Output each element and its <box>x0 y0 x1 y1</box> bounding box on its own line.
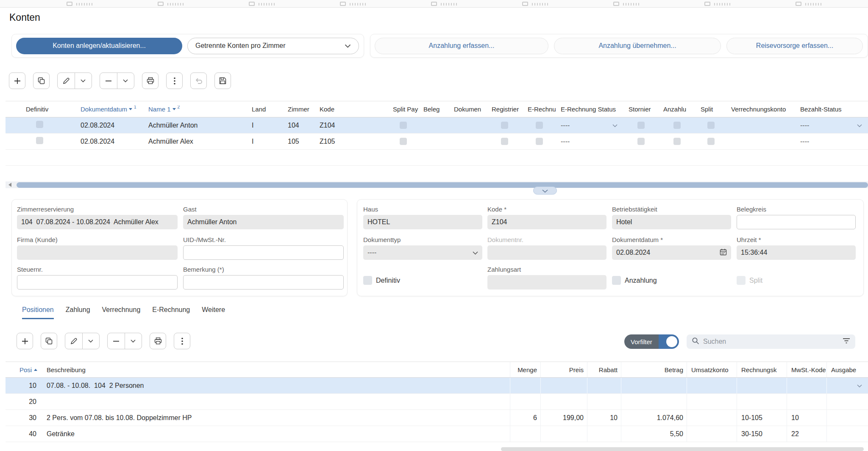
bemerkung-input[interactable] <box>183 275 344 290</box>
account-row[interactable]: 02.08.2024 Achmüller Anton I 104 Z104 --… <box>6 117 868 134</box>
zimmerreservierung-input[interactable]: 104 07.08.2024 - 10.08.2024 Achmüller Al… <box>17 215 178 229</box>
definitiv-checkbox[interactable] <box>36 121 43 128</box>
col-dokumentdatum[interactable]: Dokumentdatum 1 <box>75 106 143 113</box>
positions-horizontal-scrollbar[interactable] <box>501 447 864 451</box>
col-name[interactable]: Name 1 2 <box>143 106 247 113</box>
firma-input[interactable] <box>17 245 178 260</box>
col-rechnungskonto[interactable]: Rechnungsk <box>737 362 787 377</box>
split-paym-checkbox[interactable] <box>400 138 407 145</box>
col-verrechnungskonto[interactable]: Verrechnungskonto <box>726 106 795 113</box>
anzahlung-erfassen-button[interactable]: Anzahlung erfassen... <box>375 38 548 54</box>
uid-input[interactable] <box>183 245 344 260</box>
tab-e-rechnung[interactable]: E-Rechnung <box>152 306 190 319</box>
account-mode-select[interactable]: Getrennte Konten pro Zimmer <box>187 38 359 54</box>
e-rechnung-checkbox[interactable] <box>536 122 543 129</box>
position-row[interactable]: 10 07.08. - 10.08. 104 2 Personen <box>6 378 868 394</box>
col-umsatzkonto[interactable]: Umsatzkonto <box>687 362 737 377</box>
steuernr-input[interactable] <box>17 275 178 290</box>
filter-icon[interactable] <box>843 338 850 345</box>
definitiv-form-checkbox[interactable] <box>363 276 372 285</box>
uhrzeit-input[interactable]: 15:36:44 <box>737 245 856 260</box>
edit-icon[interactable] <box>65 333 82 349</box>
dokumenttyp-select[interactable]: ---- <box>363 245 482 260</box>
add-button[interactable] <box>9 72 25 89</box>
e-rechnung-checkbox[interactable] <box>536 138 543 145</box>
toggle-track[interactable] <box>659 334 679 349</box>
positions-search[interactable]: Suchen <box>687 334 855 349</box>
storniert-checkbox[interactable] <box>637 122 645 129</box>
col-kode[interactable]: Kode <box>314 106 388 113</box>
delete-position-split-button[interactable] <box>107 333 142 349</box>
search-input[interactable]: Suchen <box>703 338 839 345</box>
anzahlung-form-checkbox[interactable] <box>612 276 621 285</box>
col-zimmer[interactable]: Zimmer <box>283 106 314 113</box>
scrollbar-thumb[interactable] <box>17 182 868 188</box>
edit-split-button[interactable] <box>57 72 92 89</box>
dokumentdatum-input[interactable]: 02.08.2024 <box>612 245 731 260</box>
detail-expander-button[interactable] <box>533 187 557 195</box>
haus-input[interactable]: HOTEL <box>363 215 482 229</box>
split-checkbox[interactable] <box>707 122 715 129</box>
zahlungsart-input[interactable] <box>487 275 606 290</box>
minus-icon[interactable] <box>100 73 117 89</box>
dokumentnr-input[interactable] <box>487 245 606 260</box>
more-position-options-button[interactable] <box>174 333 190 349</box>
anzahlung-uebernehmen-button[interactable]: Anzahlung übernehmen... <box>554 38 721 54</box>
registriert-checkbox[interactable] <box>501 122 508 129</box>
col-posi[interactable]: Posi <box>6 366 42 373</box>
anzahlung-checkbox[interactable] <box>673 122 681 129</box>
tab-verrechnung[interactable]: Verrechnung <box>102 306 141 319</box>
print-button[interactable] <box>142 72 159 89</box>
col-beschreibung[interactable]: Beschreibung <box>42 366 510 373</box>
save-layout-button[interactable] <box>214 72 231 89</box>
more-options-button[interactable] <box>166 72 183 89</box>
col-anzahlu[interactable]: Anzahlu <box>658 106 696 113</box>
copy-button[interactable] <box>33 72 50 89</box>
position-row[interactable]: 30 2 Pers. vom 07.08. bis 10.08. Doppelz… <box>6 410 868 426</box>
split-checkbox[interactable] <box>707 138 715 145</box>
col-preis[interactable]: Preis <box>540 362 587 377</box>
copy-position-button[interactable] <box>41 333 57 349</box>
ausgabe-select[interactable] <box>826 378 868 393</box>
col-beleg[interactable]: Beleg <box>418 106 449 113</box>
account-row[interactable]: 02.08.2024 Achmüller Alex I 105 Z105 ---… <box>6 134 868 150</box>
tab-weitere[interactable]: Weitere <box>202 306 225 319</box>
col-split[interactable]: Split <box>696 106 726 113</box>
col-menge[interactable]: Menge <box>510 362 540 377</box>
split-form-checkbox[interactable] <box>737 276 746 285</box>
print-positions-button[interactable] <box>150 333 166 349</box>
delete-menu-chevron-icon[interactable] <box>125 333 142 349</box>
col-dokumen[interactable]: Dokumen <box>449 106 487 113</box>
edit-menu-chevron-icon[interactable] <box>82 333 100 349</box>
delete-split-button[interactable] <box>100 72 134 89</box>
col-rabatt[interactable]: Rabatt <box>587 362 621 377</box>
split-paym-checkbox[interactable] <box>400 122 407 129</box>
tab-positionen[interactable]: Positionen <box>22 306 54 319</box>
edit-icon[interactable] <box>58 73 75 89</box>
definitiv-checkbox[interactable] <box>36 137 43 144</box>
edit-position-split-button[interactable] <box>65 333 100 349</box>
belegkreis-input[interactable] <box>737 215 856 229</box>
registriert-checkbox[interactable] <box>501 138 508 145</box>
e-rechnung-status-select[interactable]: ---- <box>556 122 623 129</box>
position-row[interactable]: 40 Getränke 5,50 30-150 22 <box>6 426 868 442</box>
undo-button[interactable] <box>190 72 207 89</box>
kode-input[interactable]: Z104 <box>487 215 606 229</box>
delete-menu-chevron-icon[interactable] <box>117 73 134 89</box>
minus-icon[interactable] <box>108 333 125 349</box>
col-stornier[interactable]: Stornier <box>623 106 658 113</box>
col-e-rechnung-status[interactable]: E-Rechnung Status <box>556 106 623 113</box>
position-row[interactable]: 20 <box>6 394 868 410</box>
col-betrag[interactable]: Betrag <box>621 362 687 377</box>
col-definitiv[interactable]: Definitiv <box>6 106 75 113</box>
prefilter-toggle[interactable]: Vorfilter <box>624 334 679 349</box>
col-mwst-kode[interactable]: MwSt.-Kode <box>787 362 826 377</box>
col-split-paym[interactable]: Split Paym <box>388 106 418 113</box>
add-position-button[interactable] <box>17 333 33 349</box>
gast-input[interactable]: Achmüller Anton <box>183 215 344 229</box>
accounts-horizontal-scrollbar[interactable] <box>6 181 868 188</box>
reisevorsorge-erfassen-button[interactable]: Reisevorsorge erfassen... <box>726 38 863 54</box>
storniert-checkbox[interactable] <box>637 138 645 145</box>
bezahlt-status-select[interactable]: ---- <box>795 122 868 129</box>
scroll-left-icon[interactable] <box>8 183 11 187</box>
